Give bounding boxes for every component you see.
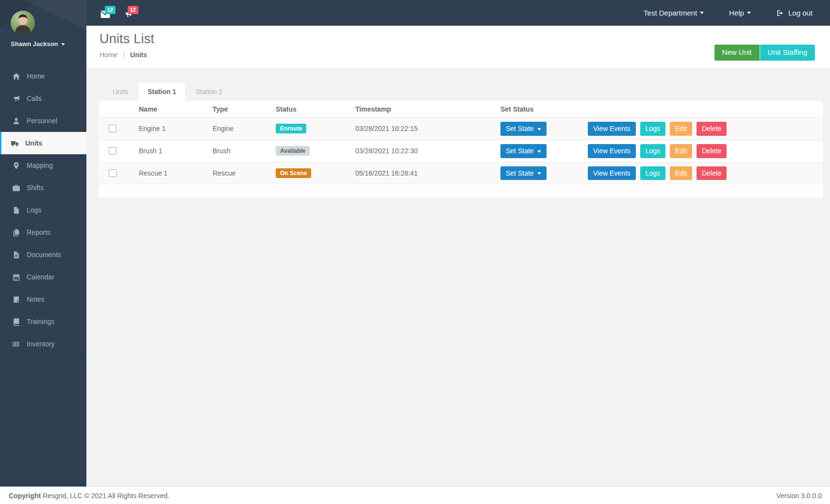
file-icon [12, 206, 20, 214]
view-events-button[interactable]: View Events [588, 144, 636, 158]
units-table: Name Type Status Timestamp Set Status [99, 100, 823, 184]
sidebar-item-personnel[interactable]: Personnel [0, 110, 86, 132]
delete-button[interactable]: Delete [697, 122, 727, 136]
sidebar-item-calendar[interactable]: Calendar [0, 266, 86, 288]
unit-staffing-button[interactable]: Unit Staffing [760, 45, 815, 61]
set-state-dropdown[interactable]: Set State [500, 166, 547, 180]
messages-badge: 12 [105, 6, 116, 14]
sidebar-item-home[interactable]: Home [0, 65, 86, 87]
profile-name-menu[interactable]: Shawn Jackson [11, 40, 86, 48]
chevron-down-icon [537, 150, 541, 153]
sidebar-item-label: Documents [27, 251, 61, 259]
tab-station-2[interactable]: Station 2 [186, 82, 232, 100]
unit-type: Engine [209, 118, 272, 140]
view-events-button[interactable]: View Events [588, 122, 636, 136]
unit-timestamp: 03/28/2021 10:22:30 [351, 140, 497, 162]
row-checkbox[interactable] [109, 147, 116, 155]
barcode-icon [12, 340, 20, 348]
set-state-label: Set State [506, 169, 534, 177]
page-title: Units List [100, 32, 154, 47]
set-state-label: Set State [506, 147, 534, 155]
column-header-type: Type [209, 100, 272, 118]
sidebar-item-label: Calls [27, 95, 42, 102]
book-icon [12, 318, 20, 326]
set-state-dropdown[interactable]: Set State [500, 122, 547, 136]
sidebar-item-label: Reports [27, 228, 50, 236]
help-menu[interactable]: Help [729, 9, 751, 17]
logs-button[interactable]: Logs [640, 166, 665, 180]
sidebar-item-mapping[interactable]: Mapping [0, 154, 86, 177]
breadcrumb-home-link[interactable]: Home [100, 51, 117, 59]
user-avatar[interactable] [11, 11, 35, 35]
profile-section: Shawn Jackson [0, 0, 86, 65]
copy-icon [12, 228, 20, 237]
home-icon [12, 72, 20, 81]
column-header-status: Status [272, 100, 351, 118]
alerts-button[interactable]: 12 [123, 10, 133, 18]
edit-button[interactable]: Edit [670, 122, 692, 136]
note-icon [12, 295, 20, 304]
sidebar-item-label: Units [25, 139, 42, 147]
tab-units[interactable]: Units [103, 82, 138, 100]
chevron-down-icon [700, 12, 704, 14]
sidebar: Shawn Jackson Home Calls Personnel Units [0, 0, 86, 487]
chevron-down-icon [537, 128, 541, 130]
copyright-text: Resgrid, LLC © 2021 All Rights Reserved. [43, 492, 169, 500]
column-header-actions [584, 100, 823, 118]
user-icon [12, 117, 20, 125]
map-marker-icon [12, 162, 20, 170]
sidebar-item-calls[interactable]: Calls [0, 87, 86, 110]
sidebar-item-reports[interactable]: Reports [0, 221, 86, 244]
set-state-dropdown[interactable]: Set State [500, 144, 547, 158]
sidebar-item-logs[interactable]: Logs [0, 199, 86, 221]
status-badge: Available [276, 146, 310, 156]
topbar: 12 12 Test Department Help Log out [86, 0, 830, 26]
page-header-titles: Units List Home / Units [100, 32, 154, 59]
sidebar-item-label: Logs [27, 206, 41, 214]
app-shell: Shawn Jackson Home Calls Personnel Units [0, 0, 830, 487]
sidebar-item-inventory[interactable]: Inventory [0, 333, 86, 355]
unit-timestamp: 03/28/2021 10:22:15 [351, 118, 497, 140]
department-menu[interactable]: Test Department [644, 9, 704, 17]
sidebar-item-label: Shifts [27, 184, 44, 192]
new-unit-button[interactable]: New Unit [714, 45, 760, 61]
view-events-button[interactable]: View Events [588, 166, 636, 180]
page-header: Units List Home / Units New Unit Unit St… [86, 26, 830, 68]
sidebar-item-label: Personnel [27, 117, 57, 125]
status-badge: On Scene [276, 168, 311, 178]
sidebar-item-label: Mapping [27, 162, 53, 169]
tab-station-1[interactable]: Station 1 [138, 82, 186, 100]
station-tabs: Units Station 1 Station 2 [98, 82, 824, 100]
select-column-header [99, 100, 135, 118]
main-column: 12 12 Test Department Help Log out [86, 0, 830, 487]
unit-type: Brush [209, 140, 272, 162]
row-checkbox[interactable] [109, 169, 116, 177]
topbar-menu: Test Department Help Log out [644, 9, 813, 17]
row-checkbox[interactable] [109, 125, 116, 132]
breadcrumb: Home / Units [100, 51, 154, 59]
logs-button[interactable]: Logs [640, 144, 665, 158]
bullhorn-icon [12, 95, 20, 103]
messages-button[interactable]: 12 [100, 10, 110, 18]
sidebar-item-units[interactable]: Units [0, 132, 86, 154]
delete-button[interactable]: Delete [697, 166, 727, 180]
sidebar-item-trainings[interactable]: Trainings [0, 310, 86, 333]
table-row: Engine 1 Engine Enroute 03/28/2021 10:22… [99, 118, 823, 140]
sidebar-item-shifts[interactable]: Shifts [0, 177, 86, 199]
document-icon [12, 251, 20, 259]
units-table-panel: Name Type Status Timestamp Set Status [98, 100, 824, 198]
edit-button[interactable]: Edit [670, 144, 692, 158]
table-row: Brush 1 Brush Available 03/28/2021 10:22… [99, 140, 823, 162]
briefcase-icon [12, 184, 20, 192]
page-header-actions: New Unit Unit Staffing [714, 45, 815, 61]
sidebar-item-documents[interactable]: Documents [0, 244, 86, 266]
sidebar-item-notes[interactable]: Notes [0, 288, 86, 310]
logout-button[interactable]: Log out [776, 9, 813, 17]
edit-button[interactable]: Edit [670, 166, 692, 180]
delete-button[interactable]: Delete [697, 144, 727, 158]
logs-button[interactable]: Logs [640, 122, 665, 136]
chevron-down-icon [747, 12, 751, 14]
sidebar-item-label: Inventory [27, 340, 55, 348]
column-header-timestamp: Timestamp [351, 100, 497, 118]
breadcrumb-separator: / [123, 51, 125, 59]
